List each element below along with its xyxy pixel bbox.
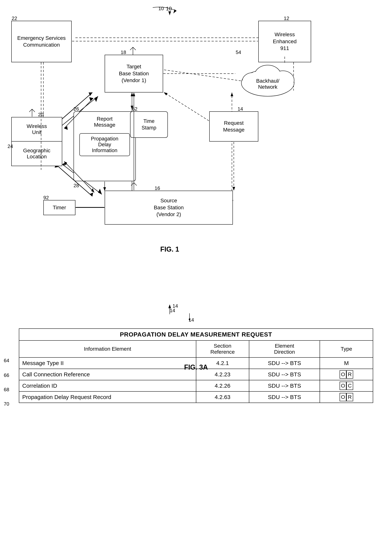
row4-type: O R [320,391,373,403]
time-stamp-node: TimeStamp [130,111,168,138]
table-row: Propagation Delay Request Record 4.2.63 … [19,391,373,403]
col-element-dir: ElementDirection [249,340,320,357]
ref-62: 62 [132,106,138,112]
ref-26: 26 [73,106,79,112]
row-ref-68: 68 [4,387,9,393]
report-message-node: ReportMessage PropagationDelayInformatio… [73,111,136,181]
svg-line-40 [134,183,137,186]
row-ref-64: 64 [4,358,9,363]
svg-line-37 [32,109,35,112]
row-ref-66: 66 [4,372,9,378]
target-bs-node: TargetBase Station(Vendor 1) [105,55,163,92]
svg-text:14: 14 [172,304,178,309]
row3-type: O C [320,380,373,391]
col-info-element: Information Element [19,340,196,357]
ref-92: 92 [43,195,49,201]
row4-direction: SDU --> BTS [249,391,320,403]
row3-element: Correlation ID [19,380,196,391]
table-row: Correlation ID 4.2.26 SDU --> BTS O C [19,380,373,391]
fig1-caption: FIG. 1 [132,245,207,253]
backhaul-cloud: Backhaul/ Network [236,55,300,100]
svg-text:10: 10 [166,6,172,11]
ref-14-above-table: 14 [188,317,194,323]
col-section-ref: SectionReference [196,340,249,357]
svg-text:Network: Network [258,84,278,90]
svg-marker-12 [94,96,98,102]
fig1-diagram: 10 [0,0,392,311]
ref-16: 16 [155,185,160,191]
wireless-unit-node: WirelessUnit GeographicLocation [11,117,62,170]
svg-line-23 [130,47,133,50]
fig3a-caption: FIG. 3A [19,363,373,371]
row4-section: 4.2.63 [196,391,249,403]
ref-10: 10 [158,6,164,11]
table-title: PROPAGATION DELAY MEASUREMENT REQUEST [19,328,373,340]
svg-marker-14 [62,162,66,166]
svg-line-24 [133,47,136,50]
ref-24: 24 [8,143,13,149]
emergency-services-node: Emergency Services Communication [11,21,72,62]
ref-22: 22 [12,16,17,21]
ref-20: 20 [38,112,44,118]
ref-14: 14 [237,106,243,112]
timer-node: Timer [43,200,75,215]
svg-line-36 [29,109,32,112]
row3-section: 4.2.26 [196,380,249,391]
svg-text:Backhaul/: Backhaul/ [256,78,279,84]
ref-18: 18 [121,50,126,55]
row4-element: Propagation Delay Request Record [19,391,196,403]
svg-marker-15 [98,189,102,194]
request-message-node: RequestMessage [209,111,258,141]
fig3a-section: 14 14 PROPAGATION DELAY MEASUREMENT REQU… [19,317,373,371]
svg-line-39 [131,183,134,186]
col-type: Type [320,340,373,357]
ref-28: 28 [73,183,79,189]
row3-direction: SDU --> BTS [249,380,320,391]
svg-line-5 [164,70,243,81]
row-ref-70: 70 [4,401,9,407]
ref-12: 12 [284,16,289,21]
source-bs-node: SourceBase Station(Vendor 2) [105,191,233,225]
ref-54: 54 [236,50,241,55]
